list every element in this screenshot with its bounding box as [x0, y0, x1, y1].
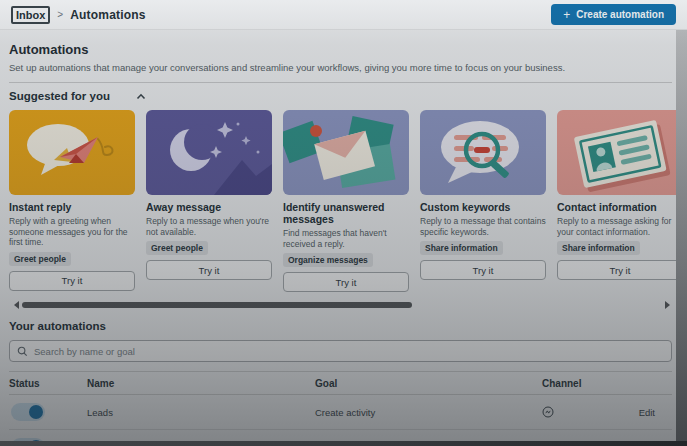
toggle-knob: [29, 405, 43, 419]
edit-link[interactable]: Edit: [639, 407, 655, 418]
page-subtitle: Set up automations that manage your conv…: [9, 62, 672, 73]
suggestion-card: Custom keywords Reply to a message that …: [420, 110, 546, 280]
card-description: Reply with a greeting when someone messa…: [9, 216, 135, 248]
top-bar: Inbox > Automations + Create automation: [0, 0, 687, 30]
breadcrumb-separator-icon: >: [57, 9, 63, 20]
instant-reply-illustration-icon: [9, 110, 135, 195]
suggestion-card: Instant reply Reply with a greeting when…: [9, 110, 135, 291]
main-content: Automations Set up automations that mana…: [0, 30, 687, 446]
scroll-left-icon[interactable]: [14, 301, 19, 309]
breadcrumb-current: Automations: [70, 8, 146, 22]
suggestion-card: Contact information Reply to a message a…: [557, 110, 683, 280]
card-tag: Share information: [420, 241, 503, 255]
cards-scrollbar: [9, 301, 672, 309]
card-title: Identify unanswered messages: [283, 201, 409, 225]
channel-icons: [542, 406, 632, 418]
card-tag: Organize messages: [283, 253, 373, 267]
card-tag: Greet people: [9, 252, 71, 266]
card-illustration: [283, 110, 409, 195]
breadcrumb: Inbox > Automations: [11, 6, 146, 24]
status-cell: [9, 403, 87, 421]
column-status: Status: [9, 378, 87, 389]
automations-page: Inbox > Automations + Create automation …: [0, 0, 687, 446]
suggested-section-header[interactable]: Suggested for you: [9, 90, 672, 102]
card-illustration: [9, 110, 135, 195]
suggestion-card: Identify unanswered messages Find messag…: [283, 110, 409, 292]
status-toggle[interactable]: [11, 403, 45, 421]
card-title: Custom keywords: [420, 201, 546, 213]
card-title: Away message: [146, 201, 272, 213]
create-automation-button[interactable]: + Create automation: [551, 4, 676, 25]
contact-card-illustration-icon: [557, 110, 683, 195]
card-description: Reply to a message asking for your conta…: [557, 216, 683, 237]
try-it-button[interactable]: Try it: [146, 260, 272, 280]
chevron-up-icon[interactable]: [136, 93, 146, 100]
card-title: Contact information: [557, 201, 683, 213]
away-message-illustration-icon: [146, 110, 272, 195]
try-it-button[interactable]: Try it: [420, 260, 546, 280]
column-channel: Channel: [542, 378, 632, 389]
automation-name: Leads: [87, 407, 315, 418]
page-title: Automations: [9, 42, 672, 57]
table-header: Status Name Goal Channel: [9, 371, 672, 395]
scrollbar-thumb[interactable]: [22, 302, 412, 308]
search-icon: [17, 346, 28, 357]
card-description: Reply to a message that contains specifi…: [420, 216, 546, 237]
column-name: Name: [87, 378, 315, 389]
suggested-title: Suggested for you: [9, 90, 110, 102]
column-goal: Goal: [315, 378, 542, 389]
card-description: Reply to a message when you're not avail…: [146, 216, 272, 237]
search-box: [9, 340, 672, 362]
automation-goal: Create activity: [315, 407, 542, 418]
try-it-button[interactable]: Try it: [9, 271, 135, 291]
divider: [9, 82, 672, 83]
card-title: Instant reply: [9, 201, 135, 213]
suggestion-card: Away message Reply to a message when you…: [146, 110, 272, 280]
card-description: Find messages that haven't received a re…: [283, 228, 409, 249]
breadcrumb-inbox-link[interactable]: Inbox: [11, 6, 50, 24]
suggested-cards: Instant reply Reply with a greeting when…: [9, 110, 672, 292]
plus-icon: +: [563, 9, 570, 21]
card-illustration: [420, 110, 546, 195]
card-tag: Share information: [557, 241, 640, 255]
create-automation-label: Create automation: [576, 9, 664, 20]
custom-keywords-illustration-icon: [420, 110, 546, 195]
scroll-right-icon[interactable]: [665, 301, 670, 309]
search-input[interactable]: [34, 346, 664, 357]
unanswered-messages-illustration-icon: [283, 110, 409, 195]
table-row: Leads Create activity Edit: [9, 395, 672, 430]
try-it-button[interactable]: Try it: [557, 260, 683, 280]
your-automations-title: Your automations: [9, 320, 672, 332]
card-tag: Greet people: [146, 241, 208, 255]
card-illustration: [557, 110, 683, 195]
try-it-button[interactable]: Try it: [283, 272, 409, 292]
table-body: Leads Create activity Edit Frequently as…: [9, 395, 672, 446]
automations-table: Status Name Goal Channel Leads Create ac…: [9, 371, 672, 446]
scrollbar-track[interactable]: [22, 302, 662, 308]
window-edge-right: [676, 30, 687, 446]
messenger-icon: [542, 406, 554, 418]
window-edge-bottom: [0, 441, 687, 446]
card-illustration: [146, 110, 272, 195]
